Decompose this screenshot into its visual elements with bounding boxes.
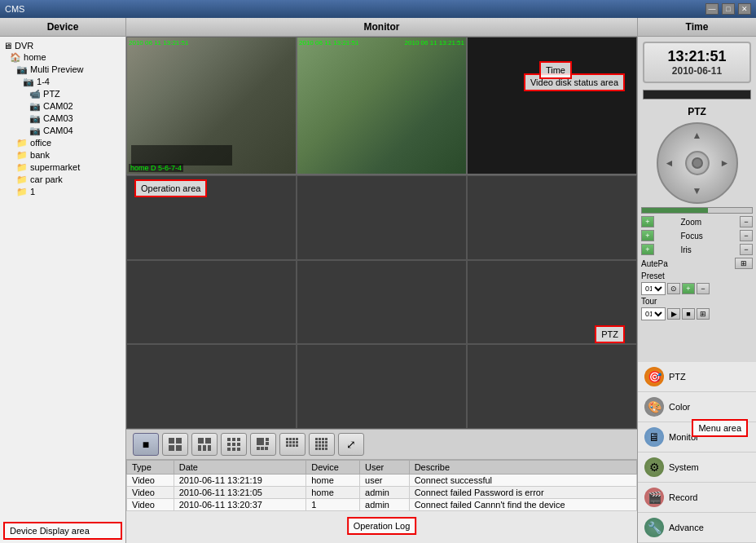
- ptz-section-label: PTZ: [641, 104, 753, 119]
- preset-icon-button[interactable]: ⊙: [667, 283, 680, 294]
- sixteen-view-button[interactable]: [309, 433, 335, 456]
- svg-rect-37: [319, 438, 321, 440]
- twelve-view-button[interactable]: [279, 433, 305, 456]
- device-panel: Device 🖥 DVR🏠 home📷 Multi Preview📷 1-4📹 …: [0, 18, 126, 543]
- log-col-user: User: [360, 461, 410, 475]
- log-cell-device: home: [306, 487, 360, 499]
- ten-view-button[interactable]: [250, 433, 276, 456]
- menu-button-advance[interactable]: 🔧Advance: [638, 513, 756, 543]
- iris-plus-button[interactable]: +: [641, 244, 654, 255]
- svg-rect-31: [296, 441, 298, 444]
- minimize-button[interactable]: —: [705, 3, 719, 15]
- tree-item-ptz[interactable]: 📹 PTZ: [3, 88, 122, 100]
- log-cell-user: admin: [360, 499, 410, 511]
- svg-rect-17: [237, 448, 240, 451]
- single-view-button[interactable]: ■: [133, 433, 159, 456]
- autopa-button[interactable]: ⊞: [735, 258, 753, 269]
- log-col-describe: Describe: [409, 461, 636, 475]
- preset-minus-button[interactable]: −: [697, 283, 710, 294]
- tree-item-cam04[interactable]: 📷 CAM04: [3, 125, 122, 137]
- focus-minus-button[interactable]: −: [740, 230, 753, 241]
- tree-item-home[interactable]: 🏠 home: [3, 51, 122, 64]
- grid-cell-8[interactable]: [297, 344, 467, 429]
- log-cell-user: user: [360, 475, 410, 487]
- tour-stop-button[interactable]: ■: [682, 308, 695, 320]
- tour-select[interactable]: 01: [641, 307, 666, 320]
- grid-cell-3[interactable]: [467, 175, 637, 260]
- camera-cell-1[interactable]: 2010 06 11 13:21:51 home D 5-6-7-4: [126, 37, 297, 174]
- grid-cell-2[interactable]: [297, 175, 467, 260]
- ptz-menu-label: PTZ: [669, 372, 686, 382]
- autopa-label: AutePa: [641, 259, 668, 268]
- menu-button-ptz[interactable]: 🎯PTZ: [638, 362, 756, 392]
- zoom-plus-button[interactable]: +: [641, 216, 654, 227]
- ptz-center-dot: [692, 157, 703, 169]
- tree-item-office[interactable]: 📁 office: [3, 137, 122, 149]
- camera-timestamp-1: 2010 06 11 13:21:51: [129, 39, 188, 46]
- svg-rect-26: [292, 438, 295, 440]
- camera-timestamp-2: 2010 06 11 13:21:51: [299, 39, 358, 46]
- advance-menu-label: Advance: [669, 523, 704, 532]
- grid-cell-9[interactable]: [467, 344, 637, 429]
- camera-cell-2[interactable]: 2010 06 11 13:21:51 2010 06 11 13:21:51: [297, 37, 467, 174]
- svg-rect-46: [322, 444, 324, 447]
- preset-select[interactable]: 01: [641, 282, 666, 295]
- zoom-minus-button[interactable]: −: [740, 216, 753, 227]
- ptz-right-button[interactable]: ►: [717, 155, 733, 171]
- svg-rect-50: [322, 448, 324, 450]
- fullscreen-button[interactable]: ⤢: [338, 433, 364, 456]
- camera-feed-1: 2010 06 11 13:21:51 home D 5-6-7-4: [127, 38, 296, 174]
- ptz-up-button[interactable]: ▲: [689, 127, 705, 143]
- grid-cell-4[interactable]: [126, 260, 297, 345]
- log-cell-describe: Connect failed Cannn't find the device: [409, 499, 636, 511]
- tree-item-1-4[interactable]: 📷 1-4: [3, 76, 122, 88]
- maximize-button[interactable]: □: [722, 3, 735, 15]
- menu-button-color[interactable]: 🎨Color: [638, 392, 756, 422]
- iris-minus-button[interactable]: −: [740, 244, 753, 255]
- tour-grid-button[interactable]: ⊞: [697, 308, 710, 320]
- tour-play-button[interactable]: ▶: [667, 308, 680, 320]
- svg-rect-34: [292, 444, 295, 447]
- six-view-button[interactable]: [191, 433, 218, 456]
- tree-item-1[interactable]: 📁 1: [3, 186, 122, 198]
- menu-buttons: 🎯PTZ🎨Color🖥Monitor⚙System🎬Record🔧Advance: [638, 362, 756, 543]
- svg-rect-1: [176, 438, 182, 444]
- tour-label-row: Tour: [641, 297, 753, 306]
- svg-rect-48: [315, 448, 318, 450]
- tree-item-bank[interactable]: 📁 bank: [3, 149, 122, 161]
- ptz-zoom-row: + Zoom −: [641, 216, 753, 227]
- device-tree[interactable]: 🖥 DVR🏠 home📷 Multi Preview📷 1-4📹 PTZ📷 CA…: [0, 37, 125, 519]
- monitor-panel-header: Monitor: [126, 18, 637, 37]
- ptz-center-button[interactable]: [685, 151, 710, 175]
- svg-rect-35: [296, 444, 298, 447]
- nine-view-button[interactable]: [221, 433, 247, 456]
- grid-cell-5[interactable]: [297, 260, 467, 345]
- camera-label-1: home D 5-6-7-4: [129, 164, 183, 172]
- tree-item-car-park[interactable]: 📁 car park: [3, 174, 122, 186]
- preset-add-button[interactable]: +: [682, 283, 695, 294]
- close-button[interactable]: ✕: [738, 3, 751, 15]
- tree-item-dvr[interactable]: 🖥 DVR: [3, 40, 122, 51]
- log-cell-date: 2010-06-11 13:21:05: [174, 487, 305, 499]
- log-row: Video2010-06-11 13:21:19homeuserConnect …: [127, 475, 637, 487]
- focus-plus-button[interactable]: +: [641, 230, 654, 241]
- svg-rect-44: [315, 444, 318, 447]
- color-menu-label: Color: [669, 402, 690, 412]
- svg-rect-6: [198, 445, 201, 451]
- ptz-joystick[interactable]: ▲ ▼ ◄ ►: [657, 122, 738, 204]
- quad-view-button[interactable]: [162, 433, 188, 456]
- menu-button-record[interactable]: 🎬Record: [638, 483, 756, 513]
- bottom-area: ■: [126, 429, 637, 543]
- log-cell-user: admin: [360, 487, 410, 499]
- ptz-down-button[interactable]: ▼: [689, 183, 705, 199]
- tree-item-multi-preview[interactable]: 📷 Multi Preview: [3, 64, 122, 76]
- tree-item-supermarket[interactable]: 📁 supermarket: [3, 161, 122, 174]
- ptz-left-button[interactable]: ◄: [662, 155, 678, 171]
- menu-button-system[interactable]: ⚙System: [638, 452, 756, 483]
- tree-item-cam03[interactable]: 📷 CAM03: [3, 113, 122, 125]
- ptz-speed-slider[interactable]: [641, 207, 753, 214]
- tree-item-cam02[interactable]: 📷 CAM02: [3, 100, 122, 113]
- svg-rect-19: [266, 438, 269, 441]
- camera-cell-3[interactable]: [467, 37, 637, 174]
- grid-cell-7[interactable]: [126, 344, 297, 429]
